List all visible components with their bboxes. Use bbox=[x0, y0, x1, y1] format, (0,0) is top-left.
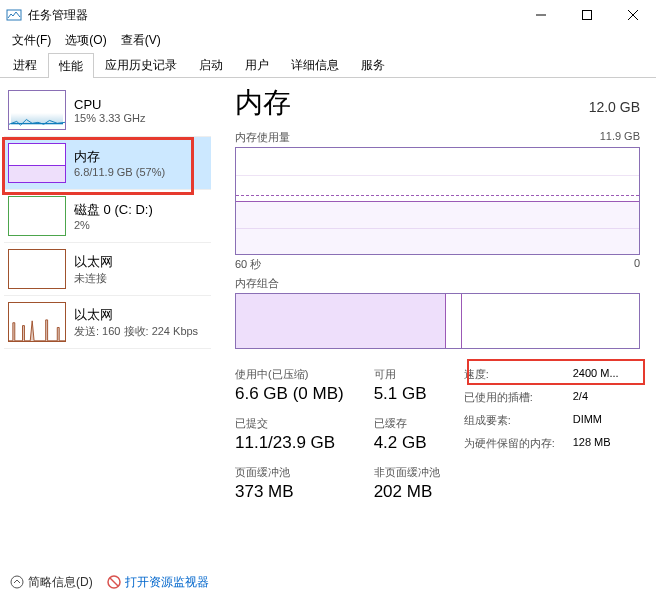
window-controls bbox=[518, 0, 656, 30]
ethernet-thumbnail bbox=[8, 302, 66, 342]
memory-composition-graph[interactable] bbox=[235, 293, 640, 349]
tab-app-history[interactable]: 应用历史记录 bbox=[94, 52, 188, 77]
axis-right: 0 bbox=[634, 257, 640, 272]
memory-usage-graph[interactable] bbox=[235, 147, 640, 255]
minimize-button[interactable] bbox=[518, 0, 564, 30]
sidebar-item-label: 内存 bbox=[74, 148, 165, 166]
cpu-thumbnail bbox=[8, 90, 66, 130]
slots-label: 已使用的插槽: bbox=[464, 390, 555, 405]
footer: 简略信息(D) 打开资源监视器 bbox=[0, 568, 656, 596]
window-title: 任务管理器 bbox=[28, 7, 518, 24]
main-area: CPU 15% 3.33 GHz 内存 6.8/11.9 GB (57%) 磁盘… bbox=[0, 78, 656, 568]
content-panel: 内存 12.0 GB 内存使用量 11.9 GB 60 秒 0 内存组合 bbox=[215, 78, 656, 568]
sidebar-item-sub: 6.8/11.9 GB (57%) bbox=[74, 166, 165, 178]
memory-thumbnail bbox=[8, 143, 66, 183]
paged-pool-label: 页面缓冲池 bbox=[235, 465, 344, 480]
stats-area: 使用中(已压缩) 6.6 GB (0 MB) 可用 5.1 GB 已提交 11.… bbox=[235, 367, 640, 502]
app-icon bbox=[6, 7, 22, 23]
sidebar-item-ethernet-1[interactable]: 以太网 未连接 bbox=[4, 243, 211, 296]
disk-thumbnail bbox=[8, 196, 66, 236]
chevron-up-icon bbox=[10, 575, 24, 589]
sidebar-item-label: 以太网 bbox=[74, 253, 113, 271]
close-button[interactable] bbox=[610, 0, 656, 30]
in-use-label: 使用中(已压缩) bbox=[235, 367, 344, 382]
nonpaged-pool-value: 202 MB bbox=[374, 482, 440, 502]
available-label: 可用 bbox=[374, 367, 440, 382]
paged-pool-value: 373 MB bbox=[235, 482, 344, 502]
menu-file[interactable]: 文件(F) bbox=[6, 30, 57, 51]
nonpaged-pool-label: 非页面缓冲池 bbox=[374, 465, 440, 480]
axis-left: 60 秒 bbox=[235, 257, 261, 272]
memory-total: 12.0 GB bbox=[589, 99, 640, 115]
reserved-label: 为硬件保留的内存: bbox=[464, 436, 555, 451]
sidebar: CPU 15% 3.33 GHz 内存 6.8/11.9 GB (57%) 磁盘… bbox=[0, 78, 215, 568]
usage-graph-max: 11.9 GB bbox=[600, 130, 640, 145]
speed-value: 2400 M... bbox=[573, 367, 619, 382]
resource-monitor-icon bbox=[107, 575, 121, 589]
svg-rect-2 bbox=[583, 11, 592, 20]
cached-label: 已缓存 bbox=[374, 416, 440, 431]
cached-value: 4.2 GB bbox=[374, 433, 440, 453]
reserved-value: 128 MB bbox=[573, 436, 619, 451]
composition-label: 内存组合 bbox=[235, 276, 279, 291]
form-factor-label: 组成要素: bbox=[464, 413, 555, 428]
sidebar-item-disk[interactable]: 磁盘 0 (C: D:) 2% bbox=[4, 190, 211, 243]
ethernet-thumbnail bbox=[8, 249, 66, 289]
tab-performance[interactable]: 性能 bbox=[48, 53, 94, 78]
sidebar-item-memory[interactable]: 内存 6.8/11.9 GB (57%) bbox=[4, 137, 211, 190]
sidebar-item-cpu[interactable]: CPU 15% 3.33 GHz bbox=[4, 84, 211, 137]
svg-line-7 bbox=[110, 578, 118, 586]
tab-details[interactable]: 详细信息 bbox=[280, 52, 350, 77]
available-value: 5.1 GB bbox=[374, 384, 440, 404]
committed-label: 已提交 bbox=[235, 416, 344, 431]
form-factor-value: DIMM bbox=[573, 413, 619, 428]
svg-point-5 bbox=[11, 576, 23, 588]
page-title: 内存 bbox=[235, 84, 291, 122]
menu-view[interactable]: 查看(V) bbox=[115, 30, 167, 51]
maximize-button[interactable] bbox=[564, 0, 610, 30]
tab-processes[interactable]: 进程 bbox=[2, 52, 48, 77]
menu-options[interactable]: 选项(O) bbox=[59, 30, 112, 51]
sidebar-item-sub: 未连接 bbox=[74, 271, 113, 286]
titlebar: 任务管理器 bbox=[0, 0, 656, 30]
open-resource-monitor-link[interactable]: 打开资源监视器 bbox=[107, 574, 209, 591]
speed-label: 速度: bbox=[464, 367, 555, 382]
usage-graph-label: 内存使用量 bbox=[235, 130, 290, 145]
tab-users[interactable]: 用户 bbox=[234, 52, 280, 77]
sidebar-item-ethernet-2[interactable]: 以太网 发送: 160 接收: 224 Kbps bbox=[4, 296, 211, 349]
sidebar-item-sub: 发送: 160 接收: 224 Kbps bbox=[74, 324, 198, 339]
brief-info-link[interactable]: 简略信息(D) bbox=[10, 574, 93, 591]
sidebar-item-label: 以太网 bbox=[74, 306, 198, 324]
tab-startup[interactable]: 启动 bbox=[188, 52, 234, 77]
sidebar-item-sub: 15% 3.33 GHz bbox=[74, 112, 146, 124]
slots-value: 2/4 bbox=[573, 390, 619, 405]
sidebar-item-label: 磁盘 0 (C: D:) bbox=[74, 201, 153, 219]
menubar: 文件(F) 选项(O) 查看(V) bbox=[0, 30, 656, 50]
committed-value: 11.1/23.9 GB bbox=[235, 433, 344, 453]
in-use-value: 6.6 GB (0 MB) bbox=[235, 384, 344, 404]
tab-services[interactable]: 服务 bbox=[350, 52, 396, 77]
sidebar-item-label: CPU bbox=[74, 97, 146, 112]
tabbar: 进程 性能 应用历史记录 启动 用户 详细信息 服务 bbox=[0, 52, 656, 78]
sidebar-item-sub: 2% bbox=[74, 219, 153, 231]
